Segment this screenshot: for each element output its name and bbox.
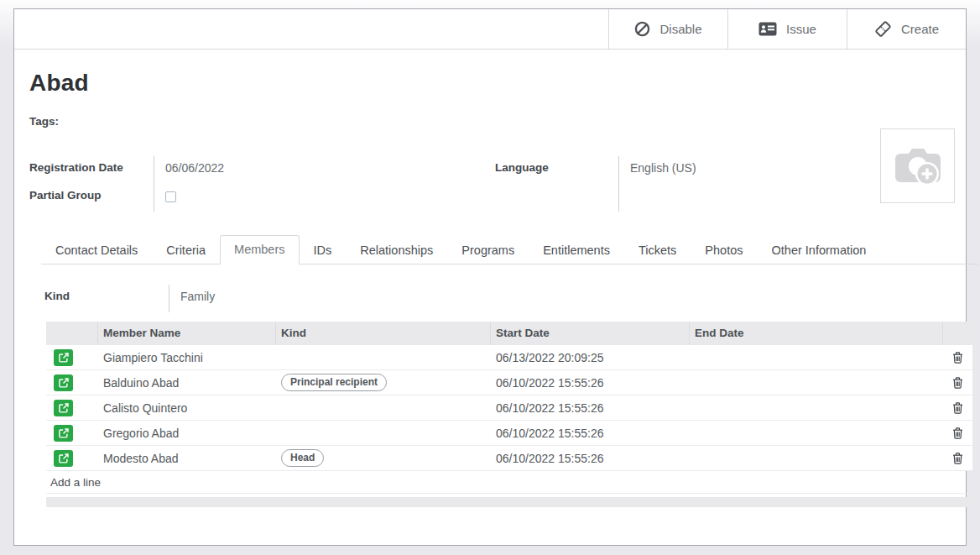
record-toolbar: Disable Issue Create bbox=[14, 9, 966, 50]
open-cell bbox=[46, 425, 98, 442]
members-tab-pane: Kind Family Member Name Kind Start Date … bbox=[14, 264, 966, 507]
header-kind[interactable]: Kind bbox=[276, 322, 491, 345]
add-a-line-link[interactable]: Add a line bbox=[46, 476, 101, 489]
table-row[interactable]: Giampiero Tacchini 06/13/2022 20:09:25 bbox=[46, 345, 972, 370]
open-cell bbox=[46, 374, 98, 391]
member-name-cell[interactable]: Balduino Abad bbox=[98, 376, 276, 390]
external-link-icon bbox=[59, 453, 69, 463]
tab-members[interactable]: Members bbox=[220, 235, 299, 264]
delete-cell bbox=[943, 401, 972, 416]
registration-date-label: Registration Date bbox=[29, 156, 154, 184]
horizontal-scrollbar[interactable] bbox=[46, 497, 972, 507]
header-actions-column bbox=[943, 322, 972, 345]
record-form-card: Disable Issue Create Abad Tags: bbox=[13, 8, 967, 546]
open-record-button[interactable] bbox=[54, 425, 73, 442]
tab-programs[interactable]: Programs bbox=[447, 236, 529, 264]
trash-icon bbox=[952, 427, 963, 439]
external-link-icon bbox=[59, 353, 69, 363]
kind-cell[interactable]: Principal recipient bbox=[276, 374, 491, 391]
partial-group-label: Partial Group bbox=[29, 184, 154, 212]
header-member-name[interactable]: Member Name bbox=[98, 322, 276, 345]
registration-date-value[interactable]: 06/06/2022 bbox=[154, 156, 465, 184]
record-sheet: Abad Tags: Registration Date 06/06/2022 bbox=[14, 70, 966, 507]
field-group-left: Registration Date 06/06/2022 Partial Gro… bbox=[29, 156, 465, 212]
members-table: Member Name Kind Start Date End Date Gia… bbox=[46, 322, 972, 507]
kind-field-row: Kind Family bbox=[44, 285, 966, 312]
external-link-icon bbox=[59, 428, 69, 438]
kind-badge: Principal recipient bbox=[281, 374, 387, 391]
tab-tickets[interactable]: Tickets bbox=[624, 236, 691, 264]
member-name-cell[interactable]: Gregorio Abad bbox=[98, 427, 276, 440]
trash-icon bbox=[952, 377, 963, 389]
create-button[interactable]: Create bbox=[847, 9, 966, 49]
partial-group-checkbox[interactable] bbox=[165, 191, 176, 202]
kind-cell[interactable]: Head bbox=[276, 449, 491, 467]
members-table-header: Member Name Kind Start Date End Date bbox=[46, 322, 972, 345]
table-row[interactable]: Gregorio Abad 06/10/2022 15:55:26 bbox=[46, 421, 972, 446]
table-row[interactable]: Balduino Abad Principal recipient 06/10/… bbox=[46, 370, 972, 395]
open-cell bbox=[46, 450, 98, 467]
page-title: Abad bbox=[29, 70, 966, 97]
header-end-date[interactable]: End Date bbox=[690, 322, 943, 345]
table-row[interactable]: Modesto Abad Head 06/10/2022 15:55:26 bbox=[46, 446, 972, 471]
open-cell bbox=[46, 349, 98, 366]
partial-group-value bbox=[154, 184, 465, 212]
delete-cell bbox=[943, 426, 972, 441]
language-label: Language bbox=[495, 156, 619, 212]
camera-plus-icon bbox=[892, 144, 944, 189]
kind-field-value[interactable]: Family bbox=[169, 285, 505, 312]
delete-cell bbox=[943, 350, 972, 365]
header-start-date[interactable]: Start Date bbox=[491, 322, 690, 345]
ban-icon bbox=[634, 21, 650, 37]
delete-cell bbox=[943, 451, 972, 466]
kind-badge: Head bbox=[281, 449, 324, 467]
tab-entitlements[interactable]: Entitlements bbox=[529, 236, 624, 264]
photo-placeholder[interactable] bbox=[880, 128, 955, 203]
delete-row-button[interactable] bbox=[951, 426, 965, 441]
external-link-icon bbox=[59, 378, 69, 388]
field-groups: Registration Date 06/06/2022 Partial Gro… bbox=[29, 156, 966, 212]
trash-icon bbox=[952, 352, 963, 364]
member-name-cell[interactable]: Giampiero Tacchini bbox=[98, 351, 276, 364]
start-date-cell[interactable]: 06/10/2022 15:55:26 bbox=[491, 401, 690, 415]
open-cell bbox=[46, 400, 98, 416]
tab-ids[interactable]: IDs bbox=[300, 236, 347, 264]
disable-button[interactable]: Disable bbox=[608, 9, 727, 49]
kind-field-label: Kind bbox=[44, 285, 169, 312]
id-card-icon bbox=[758, 22, 777, 36]
tab-criteria[interactable]: Criteria bbox=[152, 236, 220, 264]
delete-row-button[interactable] bbox=[951, 401, 965, 416]
delete-row-button[interactable] bbox=[951, 451, 965, 466]
issue-button-label: Issue bbox=[786, 22, 816, 36]
start-date-cell[interactable]: 06/13/2022 20:09:25 bbox=[491, 351, 690, 364]
member-name-cell[interactable]: Calisto Quintero bbox=[98, 401, 276, 415]
delete-row-button[interactable] bbox=[951, 350, 965, 365]
start-date-cell[interactable]: 06/10/2022 15:55:26 bbox=[491, 427, 690, 440]
table-row[interactable]: Calisto Quintero 06/10/2022 15:55:26 bbox=[46, 395, 972, 421]
start-date-cell[interactable]: 06/10/2022 15:55:26 bbox=[491, 452, 690, 465]
trash-icon bbox=[952, 402, 963, 414]
header-open-column bbox=[46, 322, 98, 345]
open-record-button[interactable] bbox=[54, 349, 73, 366]
open-record-button[interactable] bbox=[54, 374, 73, 391]
tab-photos[interactable]: Photos bbox=[691, 236, 757, 264]
disable-button-label: Disable bbox=[659, 22, 701, 36]
tab-relationships[interactable]: Relationships bbox=[346, 236, 447, 264]
start-date-cell[interactable]: 06/10/2022 15:55:26 bbox=[491, 376, 690, 390]
create-button-label: Create bbox=[901, 22, 939, 36]
add-line-row: Add a line bbox=[46, 471, 972, 494]
external-link-icon bbox=[59, 403, 69, 413]
member-name-cell[interactable]: Modesto Abad bbox=[98, 452, 276, 465]
issue-button[interactable]: Issue bbox=[727, 9, 847, 49]
open-record-button[interactable] bbox=[54, 400, 73, 416]
tab-other-information[interactable]: Other Information bbox=[758, 236, 881, 264]
delete-row-button[interactable] bbox=[951, 375, 965, 390]
notebook-tabs: Contact Details Criteria Members IDs Rel… bbox=[41, 235, 978, 264]
ticket-icon bbox=[874, 20, 892, 38]
tags-field-label: Tags: bbox=[29, 115, 966, 128]
delete-cell bbox=[943, 375, 972, 390]
tab-contact-details[interactable]: Contact Details bbox=[41, 236, 152, 264]
open-record-button[interactable] bbox=[54, 450, 73, 467]
trash-icon bbox=[952, 453, 963, 464]
